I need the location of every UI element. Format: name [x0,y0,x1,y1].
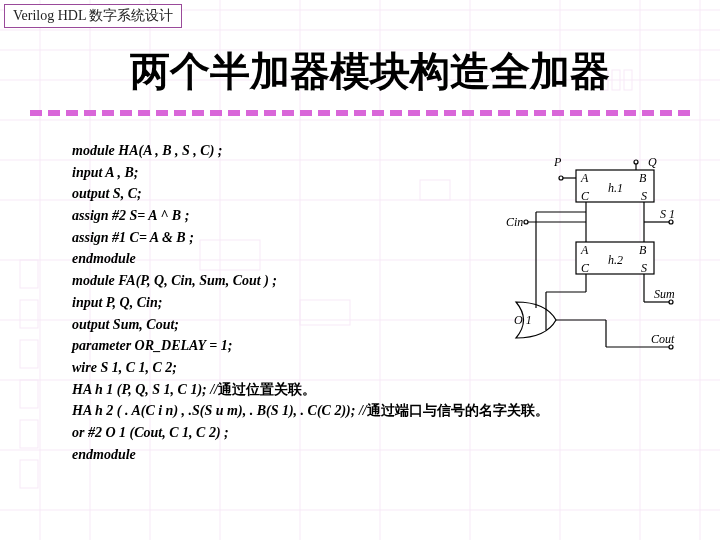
code-comment: 通过位置关联。 [218,382,316,397]
diagram-label-S: S [641,189,647,203]
svg-rect-2 [20,340,38,368]
code-line: endmodule [72,444,652,466]
diagram-label-h1: h.1 [608,181,623,195]
code-line: or #2 O 1 (Cout, C 1, C 2) ; [72,422,652,444]
diagram-label-S2: S [641,261,647,275]
title-underline [30,110,690,116]
full-adder-diagram: P Q A B h.1 C S Cin S 1 A B h.2 C S O 1 … [476,152,676,352]
diagram-label-S1: S 1 [660,207,675,221]
code-text: HA h 2 ( . A(C i n) , .S(S u m), . B(S 1… [72,403,367,418]
header-tag: Verilog HDL 数字系统设计 [4,4,182,28]
diagram-label-P: P [553,155,562,169]
svg-point-35 [524,220,528,224]
diagram-label-h2: h.2 [608,253,623,267]
code-line: HA h 2 ( . A(C i n) , .S(S u m), . B(S 1… [72,400,652,422]
page-title: 两个半加器模块构造全加器 [60,44,680,99]
code-line: HA h 1 (P, Q, S 1, C 1); //通过位置关联。 [72,379,652,401]
svg-point-33 [559,176,563,180]
code-comment: 通过端口与信号的名字关联。 [367,403,549,418]
diagram-label-A: A [580,171,589,185]
diagram-label-O1: O 1 [514,313,532,327]
svg-rect-0 [20,260,38,288]
svg-rect-1 [20,300,38,328]
code-text: HA h 1 (P, Q, S 1, C 1); // [72,382,218,397]
diagram-label-Cout: Cout [651,332,675,346]
diagram-label-Sum: Sum [654,287,675,301]
svg-rect-3 [20,380,38,408]
diagram-label-A2: A [580,243,589,257]
diagram-label-B2: B [639,243,647,257]
diagram-label-Cin: Cin [506,215,523,229]
svg-rect-4 [20,420,38,448]
svg-rect-5 [20,460,38,488]
diagram-label-C: C [581,189,590,203]
code-line: wire S 1, C 1, C 2; [72,357,652,379]
svg-point-34 [634,160,638,164]
diagram-label-B: B [639,171,647,185]
diagram-label-C2: C [581,261,590,275]
diagram-label-Q: Q [648,155,657,169]
